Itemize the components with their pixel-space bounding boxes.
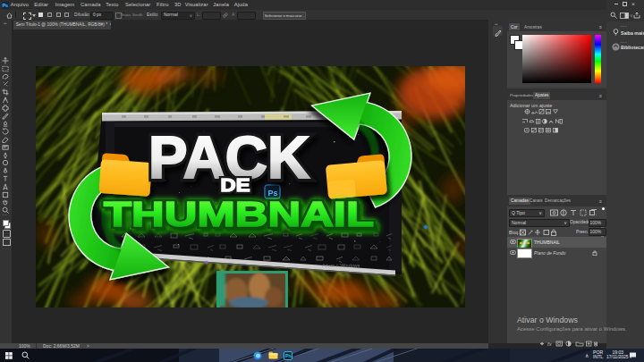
svg-text:Ativar o Windows: Ativar o Windows [322,263,360,268]
svg-text:fx: fx [547,341,553,347]
svg-text:THUMBNAIL: THUMBNAIL [104,195,374,233]
svg-text:Ps: Ps [285,353,292,358]
svg-text:DE: DE [221,174,250,195]
